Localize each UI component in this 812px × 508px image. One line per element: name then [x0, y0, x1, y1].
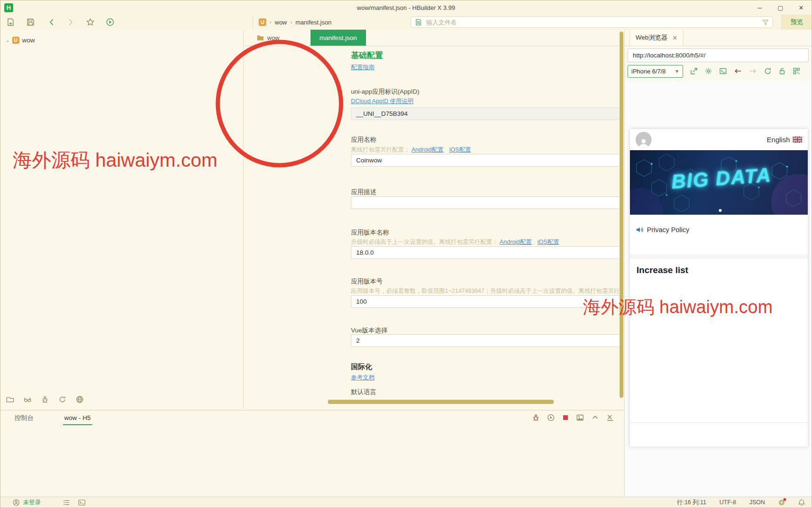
appid-input[interactable] [351, 107, 621, 120]
section-divider [630, 254, 808, 259]
ios-config-link[interactable]: iOS配置 [449, 146, 471, 153]
config-guide-link[interactable]: 配置指南 [351, 64, 374, 71]
save-icon[interactable] [26, 18, 35, 26]
status-bar: 未登录 行:16 列:11 UTF-8 JSON [0, 497, 812, 508]
back-icon[interactable] [48, 18, 56, 26]
outline-list-icon[interactable] [63, 499, 70, 506]
notice-text: Privacy Policy [647, 226, 689, 234]
web-browser-panel: Web浏览器 ✕ iPhone 6/7/8 ▼ [624, 30, 812, 497]
url-bar[interactable] [628, 48, 809, 62]
app-name-input[interactable] [351, 154, 621, 167]
editor-tab-bar: wow manifest.json [244, 30, 624, 46]
cursor-position[interactable]: 行:16 列:11 [677, 499, 706, 507]
uk-flag-icon [793, 137, 802, 143]
android-config-link[interactable]: Android配置 [411, 146, 443, 153]
preview-button[interactable]: 预览 [781, 15, 812, 30]
console-tab-wow-h5[interactable]: wow - H5 [63, 411, 92, 425]
form-title: 基础配置 [351, 50, 383, 61]
folder-icon [257, 35, 264, 41]
reload-icon[interactable] [764, 67, 772, 75]
basic-config-form: 基础配置 配置指南 uni-app应用标识(AppID) DCloud AppI… [351, 46, 621, 409]
nav-forward-icon[interactable] [749, 67, 757, 75]
tab-web-browser[interactable]: Web浏览器 ✕ [629, 30, 684, 46]
version-name-label: 应用版本名称 [351, 228, 389, 237]
minimize-button[interactable]: ─ [749, 0, 770, 15]
vertical-scrollbar[interactable] [620, 32, 623, 398]
console-header: 控制台 wow - H5 [0, 411, 624, 425]
debug-ant-icon[interactable] [41, 395, 49, 403]
new-file-icon[interactable] [7, 18, 15, 26]
notice-bar[interactable]: Privacy Policy [630, 215, 808, 234]
i18n-doc-link[interactable]: 参考文档 [351, 374, 374, 381]
collapse-folders-icon[interactable] [6, 395, 14, 403]
carousel-indicator [719, 209, 722, 212]
tree-root[interactable]: ⌄ U wow [0, 34, 243, 46]
forward-icon[interactable] [66, 18, 75, 26]
clear-console-icon[interactable] [606, 414, 614, 421]
maximize-button[interactable]: ▢ [770, 0, 791, 15]
breadcrumb-file[interactable]: manifest.json [295, 19, 332, 26]
search-input[interactable] [425, 18, 759, 26]
close-button[interactable]: ✕ [791, 0, 812, 15]
chevron-down-icon[interactable]: ⌄ [4, 37, 11, 43]
devtools-console-icon[interactable] [719, 67, 727, 75]
tab-label: manifest.json [319, 34, 357, 41]
screenshot-icon[interactable] [576, 414, 584, 421]
encoding-indicator[interactable]: UTF-8 [719, 499, 736, 506]
hint-separator: 、 [444, 146, 450, 153]
browser-toolbar: iPhone 6/7/8 ▼ [628, 65, 800, 78]
breadcrumb-project[interactable]: wow [275, 19, 287, 26]
app-desc-label: 应用描述 [351, 188, 376, 196]
run-circle-icon[interactable] [547, 414, 555, 421]
bookmark-star-icon[interactable] [86, 18, 95, 26]
device-select[interactable]: iPhone 6/7/8 ▼ [628, 65, 683, 78]
app-desc-input[interactable] [351, 196, 621, 209]
close-tab-icon[interactable]: ✕ [672, 34, 677, 41]
ios-config-link[interactable]: iOS配置 [538, 239, 559, 245]
filter-icon[interactable] [762, 19, 769, 25]
hint-separator: 、 [532, 239, 538, 245]
language-mode[interactable]: JSON [749, 499, 765, 506]
globe-icon[interactable] [76, 395, 84, 403]
notification-bell-icon[interactable] [798, 499, 805, 506]
settings-gear-icon[interactable] [705, 67, 712, 75]
browser-viewport: English [625, 81, 812, 497]
qr-code-icon[interactable] [793, 67, 800, 75]
manifest-editor: wow manifest.json 基础配置 配置指南 uni-app应用标识(… [244, 30, 624, 409]
file-search-box[interactable] [411, 16, 773, 28]
tab-wow[interactable]: wow [257, 30, 279, 46]
run-icon[interactable] [106, 18, 114, 26]
version-code-label: 应用版本号 [351, 277, 383, 286]
update-icon[interactable] [778, 499, 785, 506]
offline-hint: 离线打包需另行配置： [351, 146, 410, 153]
default-lang-label: 默认语言 [351, 388, 376, 396]
main-toolbar: U › wow › manifest.json 预览 [0, 15, 812, 30]
terminal-icon[interactable] [78, 499, 86, 506]
version-code-input[interactable] [351, 295, 621, 308]
language-switcher[interactable]: English [767, 136, 802, 144]
dcloud-appid-help-link[interactable]: DCloud AppID 使用说明 [351, 98, 414, 105]
breadcrumb-separator: › [290, 19, 292, 25]
vue-version-select[interactable] [351, 334, 621, 347]
tab-label: wow [267, 34, 279, 41]
collapse-panel-icon[interactable] [591, 414, 599, 421]
open-external-icon[interactable] [690, 67, 698, 75]
android-config-link[interactable]: Android配置 [500, 239, 532, 245]
url-input[interactable] [628, 49, 808, 62]
avatar[interactable] [636, 132, 652, 148]
login-status[interactable]: 未登录 [23, 499, 41, 507]
explorer-toolbar [6, 395, 84, 403]
debug-bug-icon[interactable] [532, 414, 540, 421]
unlock-icon[interactable] [779, 67, 786, 75]
stop-icon[interactable] [562, 414, 569, 421]
account-icon[interactable] [13, 499, 20, 506]
chevron-down-icon: ▼ [675, 69, 679, 74]
nav-back-icon[interactable] [734, 67, 742, 75]
version-name-input[interactable] [351, 246, 621, 259]
preview-glasses-icon[interactable] [24, 395, 32, 403]
tab-manifest-json[interactable]: manifest.json [310, 30, 366, 46]
banner-carousel[interactable]: BIG DATA [630, 150, 808, 215]
horizontal-scrollbar[interactable] [328, 400, 554, 404]
uniapp-project-icon: U [12, 37, 19, 44]
refresh-icon[interactable] [58, 395, 66, 403]
